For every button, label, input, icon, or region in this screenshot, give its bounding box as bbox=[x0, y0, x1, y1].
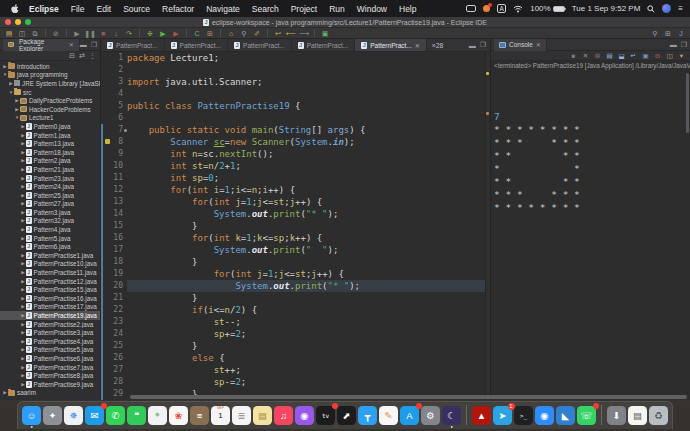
close-icon[interactable]: ✕ bbox=[415, 42, 420, 49]
new-java-class-icon[interactable]: C bbox=[192, 29, 202, 38]
maximize-window-button[interactable] bbox=[25, 19, 31, 25]
minimize-editor-button[interactable]: ▬ bbox=[469, 42, 476, 49]
code-line-17[interactable]: 17 System.out.print(" "); bbox=[101, 244, 490, 256]
overview-ruler[interactable] bbox=[485, 52, 490, 400]
tree-item-patternpractise17-java[interactable]: ▶JPatternPractise17.java bbox=[0, 303, 100, 312]
code-line-6[interactable]: 6 bbox=[101, 112, 490, 124]
new-package-icon[interactable]: ⊞ bbox=[205, 29, 215, 38]
last-edit-location-icon[interactable]: ↩ bbox=[273, 29, 283, 38]
menu-item-window[interactable]: Window bbox=[351, 4, 393, 14]
new-file-icon[interactable]: ▣ bbox=[320, 29, 330, 38]
dock-icon-stocks[interactable]: ⬈ bbox=[337, 406, 356, 425]
open-perspective-icon[interactable]: ⊞ bbox=[663, 29, 673, 38]
code-line-16[interactable]: 16 for(int k=1;k<=sp;k++) { bbox=[101, 232, 490, 244]
tree-item-src[interactable]: ▼src bbox=[0, 88, 100, 97]
tree-item-patternpractise12-java[interactable]: ▶JPatternPractise12.java bbox=[0, 277, 100, 286]
tree-item-pattern21-java[interactable]: ▶JPattern21.java bbox=[0, 165, 100, 174]
new-wizard-icon[interactable]: ▤ bbox=[4, 29, 14, 38]
show-stdout-change-icon[interactable]: ▣ bbox=[641, 52, 650, 60]
dock-icon-trash[interactable]: ♻ bbox=[649, 406, 668, 425]
tree-item-introduction[interactable]: ▶introduction bbox=[0, 62, 100, 71]
screen-mirroring-icon[interactable] bbox=[466, 5, 476, 12]
tree-item-java-programming[interactable]: ▼java programming bbox=[0, 71, 100, 80]
back-icon[interactable]: ⟵ bbox=[286, 29, 296, 38]
dock-icon-photos[interactable]: ❀ bbox=[169, 406, 188, 425]
tree-item-pattern5-java[interactable]: ▶JPattern5.java bbox=[0, 234, 100, 243]
tree-item-jre-system-library-javase-[interactable]: ▶JRE System Library [JavaSE- bbox=[0, 79, 100, 88]
dock-icon-app-store[interactable]: A bbox=[400, 406, 419, 425]
dock-icon-facetime[interactable]: ✆ bbox=[106, 406, 125, 425]
tree-item-pattern24-java[interactable]: ▶JPattern24.java bbox=[0, 182, 100, 191]
code-line-20[interactable]: 20 System.out.print("* "); bbox=[101, 280, 490, 292]
code-line-10[interactable]: 10 int st=n/2+1; bbox=[101, 160, 490, 172]
menu-item-help[interactable]: Help bbox=[393, 4, 422, 14]
code-line-4[interactable]: 4 bbox=[101, 88, 490, 100]
code-line-11[interactable]: 11 int sp=0; bbox=[101, 172, 490, 184]
dock-icon-messages[interactable]: ❝ bbox=[127, 406, 146, 425]
search-icon[interactable]: ⚲ bbox=[239, 29, 249, 38]
forward-icon[interactable]: ⟶ bbox=[299, 29, 309, 38]
menu-item-file[interactable]: File bbox=[65, 4, 91, 14]
tree-item-pattern2-java[interactable]: ▶JPattern2.java bbox=[0, 157, 100, 166]
code-line-21[interactable]: 21 } bbox=[101, 292, 490, 304]
run-button-icon[interactable]: ▶ bbox=[158, 29, 168, 38]
display-selected-console-icon[interactable]: ◫ bbox=[665, 52, 674, 60]
wifi-icon[interactable] bbox=[513, 5, 523, 13]
debug-button-icon[interactable]: ❉ bbox=[145, 29, 155, 38]
overview-marker[interactable] bbox=[486, 112, 489, 115]
link-with-editor-icon[interactable]: ⇄ bbox=[79, 52, 85, 60]
code-line-19[interactable]: 19 for(int j=1;j<=st;j++) { bbox=[101, 268, 490, 280]
tree-item-patternpractise1-java[interactable]: ▶JPatternPractise1.java bbox=[0, 251, 100, 260]
menu-item-search[interactable]: Search bbox=[246, 4, 285, 14]
dock-icon-calendar[interactable]: SEP1 bbox=[211, 406, 230, 425]
tab-console[interactable]: Console ✕ bbox=[494, 39, 547, 51]
tree-item-hackercodeproblems[interactable]: ▶HackerCodeProblems bbox=[0, 105, 100, 114]
tree-item-patternpractise11-java[interactable]: ▶JPatternPractise11.java bbox=[0, 268, 100, 277]
tree-item-patternpractise16-java[interactable]: ▶JPatternPractise16.java bbox=[0, 294, 100, 303]
close-icon[interactable]: ✕ bbox=[536, 41, 541, 48]
dock-icon-whatsapp[interactable]: ☏ bbox=[577, 406, 596, 425]
menu-item-refactor[interactable]: Refactor bbox=[156, 4, 200, 14]
console-output[interactable]: 7* * * * * * * * * * * * * * * * * * * *… bbox=[491, 71, 690, 400]
console-scrollbar[interactable] bbox=[686, 73, 689, 133]
view-menu-icon[interactable]: ⋮ bbox=[89, 52, 96, 60]
minimize-view-button[interactable]: ▬ bbox=[80, 41, 87, 49]
folding-marker-icon[interactable] bbox=[124, 129, 127, 132]
editor-tab-1[interactable]: JPatternPract... bbox=[101, 39, 165, 51]
dock-icon-telegram[interactable]: ➤1 bbox=[493, 406, 512, 425]
input-source-icon[interactable]: A bbox=[497, 4, 506, 13]
dock-icon-contacts[interactable]: ≡ bbox=[190, 406, 209, 425]
menubar-clock[interactable]: Tue 1 Sep 9:52 PM bbox=[572, 4, 641, 13]
dock-icon-terminal[interactable]: >_ bbox=[514, 406, 533, 425]
dock-icon-music[interactable]: ♫ bbox=[274, 406, 293, 425]
code-line-3[interactable]: 3import java.util.Scanner; bbox=[101, 76, 490, 88]
maximize-editor-button[interactable]: ❐ bbox=[480, 41, 486, 49]
tree-item-saarim[interactable]: ▶saarim bbox=[0, 389, 100, 398]
tree-item-patternpractise6-java[interactable]: ▶JPatternPractise6.java bbox=[0, 354, 100, 363]
code-line-7[interactable]: 7 public static void main(String[] args)… bbox=[101, 124, 490, 136]
code-line-28[interactable]: 28 sp-=2; bbox=[101, 376, 490, 388]
tree-item-patternpractise7-java[interactable]: ▶JPatternPractise7.java bbox=[0, 363, 100, 372]
close-window-button[interactable] bbox=[5, 19, 11, 25]
pin-console-icon[interactable]: ⊙ bbox=[653, 52, 662, 60]
annotations-icon[interactable]: ✐ bbox=[252, 29, 262, 38]
code-line-9[interactable]: 9 int n=sc.nextInt(); bbox=[101, 148, 490, 160]
code-line-15[interactable]: 15 } bbox=[101, 220, 490, 232]
horizontal-scrollbar[interactable] bbox=[130, 395, 687, 399]
pause-icon[interactable]: ❚❚ bbox=[85, 29, 95, 38]
save-all-icon[interactable]: ⧉ bbox=[30, 29, 40, 38]
maximize-console-button[interactable]: ❐ bbox=[681, 41, 687, 49]
code-line-13[interactable]: 13 for(int j=1;j<=st;j++) { bbox=[101, 196, 490, 208]
collapse-all-icon[interactable]: ⊟ bbox=[69, 52, 75, 60]
scroll-lock-icon[interactable]: ⬓ bbox=[617, 52, 626, 60]
spotlight-search-icon[interactable] bbox=[647, 5, 655, 13]
dock-icon-safari[interactable]: ✵ bbox=[64, 406, 83, 425]
battery-indicator[interactable]: 100% bbox=[530, 4, 564, 13]
menu-item-source[interactable]: Source bbox=[117, 4, 156, 14]
tree-item-patternpractise2-java[interactable]: ▶JPatternPractise2.java bbox=[0, 320, 100, 329]
step-into-icon[interactable]: ↓ bbox=[111, 29, 121, 38]
step-over-icon[interactable]: ↷ bbox=[124, 29, 134, 38]
tree-item-pattern4-java[interactable]: ▶JPattern4.java bbox=[0, 225, 100, 234]
dock-icon-acrobat[interactable]: ▲ bbox=[472, 406, 491, 425]
code-line-2[interactable]: 2 bbox=[101, 64, 490, 76]
